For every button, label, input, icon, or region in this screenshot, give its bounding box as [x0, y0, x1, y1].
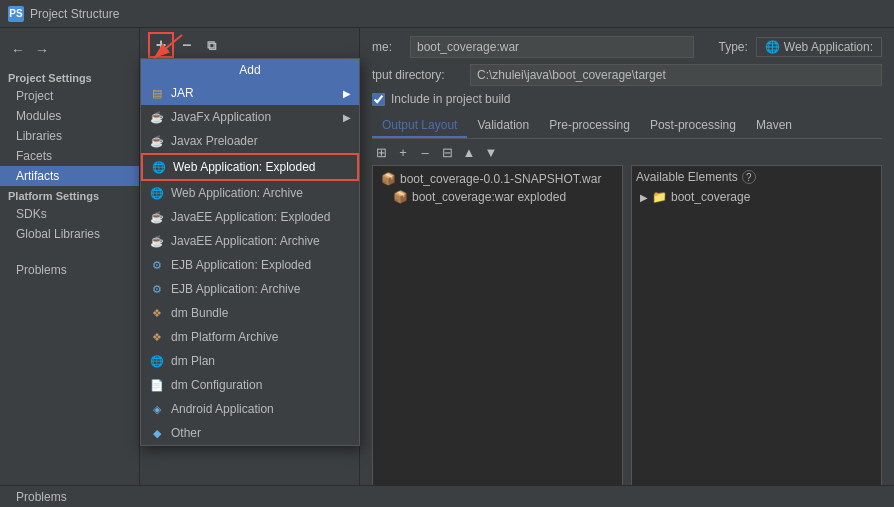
javafx-icon: ☕: [149, 109, 165, 125]
nav-back-button[interactable]: ←: [8, 40, 28, 60]
sidebar-item-artifacts[interactable]: Artifacts: [0, 166, 139, 186]
title-bar: PS Project Structure: [0, 0, 894, 28]
artifact-name-input[interactable]: [410, 36, 694, 58]
remove-artifact-button[interactable]: –: [176, 34, 198, 56]
sidebar-item-facets[interactable]: Facets: [0, 146, 139, 166]
android-icon: ◈: [149, 401, 165, 417]
artifact-toolbar: + – ⧉ Add ▤ JAR ▶ ☕ JavaFx Application: [140, 28, 359, 63]
nav-toolbar: ← →: [0, 36, 139, 64]
dropdown-item-dm-bundle[interactable]: ❖ dm Bundle: [141, 301, 359, 325]
dm-platform-icon: ❖: [149, 329, 165, 345]
inner-remove-btn[interactable]: –: [416, 143, 434, 161]
dropdown-item-ejb-archive-label: EJB Application: Archive: [171, 282, 300, 296]
name-type-row: me: Type: 🌐 Web Application:: [372, 36, 882, 58]
sidebar-item-global-libraries[interactable]: Global Libraries: [0, 224, 139, 244]
available-label: Available Elements: [636, 170, 738, 184]
output-dir-input[interactable]: [470, 64, 882, 86]
copy-artifact-button[interactable]: ⧉: [200, 34, 222, 56]
dropdown-item-ejb-exploded-label: EJB Application: Exploded: [171, 258, 311, 272]
dropdown-item-dm-bundle-label: dm Bundle: [171, 306, 228, 320]
other-icon: ◆: [149, 425, 165, 441]
name-label: me:: [372, 40, 402, 54]
tab-maven[interactable]: Maven: [746, 114, 802, 138]
include-in-build-label: Include in project build: [391, 92, 510, 106]
sidebar-item-problems[interactable]: Problems: [0, 260, 139, 280]
dropdown-item-webapp-exploded[interactable]: 🌐 Web Application: Exploded: [141, 153, 359, 181]
dropdown-item-dm-platform-label: dm Platform Archive: [171, 330, 278, 344]
platform-settings-header: Platform Settings: [0, 186, 139, 204]
sidebar-item-project[interactable]: Project: [0, 86, 139, 106]
inner-layout-btn[interactable]: ⊞: [372, 143, 390, 161]
dropdown-item-jar[interactable]: ▤ JAR ▶: [141, 81, 359, 105]
dropdown-item-jar-label: JAR: [171, 86, 194, 100]
dropdown-header: Add: [141, 59, 359, 81]
dm-config-icon: 📄: [149, 377, 165, 393]
dropdown-item-other[interactable]: ◆ Other: [141, 421, 359, 445]
ejb-exploded-icon: ⚙: [149, 257, 165, 273]
dropdown-item-webapp-archive[interactable]: 🌐 Web Application: Archive: [141, 181, 359, 205]
javafx-arrow: ▶: [343, 112, 351, 123]
add-artifact-button[interactable]: +: [148, 32, 174, 58]
include-in-build-checkbox[interactable]: [372, 93, 385, 106]
dropdown-item-javaee-exploded[interactable]: ☕ JavaEE Application: Exploded: [141, 205, 359, 229]
project-settings-header: Project Settings: [0, 68, 139, 86]
available-elements-panel: Available Elements ? ▶ 📁 boot_coverage: [631, 165, 882, 499]
dropdown-item-javafx-label: JavaFx Application: [171, 110, 271, 124]
tree-item-label: boot_coverage: [671, 190, 750, 204]
type-label: Type:: [718, 40, 747, 54]
inner-toolbar: ⊞ + – ⊟ ▲ ▼: [372, 139, 882, 165]
sidebar-item-modules[interactable]: Modules: [0, 106, 139, 126]
webapp-exploded-icon: 🌐: [151, 159, 167, 175]
sidebar: ← → Project Settings Project Modules Lib…: [0, 28, 140, 507]
tab-pre-processing[interactable]: Pre-processing: [539, 114, 640, 138]
output-dir-row: tput directory:: [372, 64, 882, 86]
artifact-list-panel: + – ⧉ Add ▤ JAR ▶ ☕ JavaFx Application: [140, 28, 360, 507]
window-title: Project Structure: [30, 7, 119, 21]
dropdown-item-javax-label: Javax Preloader: [171, 134, 258, 148]
dropdown-item-other-label: Other: [171, 426, 201, 440]
jar-arrow: ▶: [343, 88, 351, 99]
type-text: Web Application:: [784, 40, 873, 54]
bottom-bar: Problems: [0, 485, 894, 507]
dropdown-item-dm-config-label: dm Configuration: [171, 378, 262, 392]
tabs-row: Output Layout Validation Pre-processing …: [372, 114, 882, 139]
sidebar-item-libraries[interactable]: Libraries: [0, 126, 139, 146]
dm-plan-icon: 🌐: [149, 353, 165, 369]
output-panels: 📦 boot_coverage-0.0.1-SNAPSHOT.war 📦 boo…: [372, 165, 882, 499]
inner-up-btn[interactable]: ▲: [460, 143, 478, 161]
main-container: ← → Project Settings Project Modules Lib…: [0, 28, 894, 507]
dropdown-item-javax[interactable]: ☕ Javax Preloader: [141, 129, 359, 153]
problems-link[interactable]: Problems: [8, 488, 75, 506]
dropdown-item-android-label: Android Application: [171, 402, 274, 416]
javax-icon: ☕: [149, 133, 165, 149]
dropdown-item-dm-plan[interactable]: 🌐 dm Plan: [141, 349, 359, 373]
dropdown-item-ejb-archive[interactable]: ⚙ EJB Application: Archive: [141, 277, 359, 301]
tab-post-processing[interactable]: Post-processing: [640, 114, 746, 138]
dropdown-item-dm-config[interactable]: 📄 dm Configuration: [141, 373, 359, 397]
inner-edit-btn[interactable]: ⊟: [438, 143, 456, 161]
include-in-build-row: Include in project build: [372, 92, 882, 106]
ejb-archive-icon: ⚙: [149, 281, 165, 297]
type-icon: 🌐: [765, 40, 780, 54]
add-dropdown: Add ▤ JAR ▶ ☕ JavaFx Application ▶ ☕: [140, 58, 360, 446]
dm-bundle-icon: ❖: [149, 305, 165, 321]
artifact-row-war[interactable]: 📦 boot_coverage-0.0.1-SNAPSHOT.war: [377, 170, 618, 188]
dropdown-item-javaee-archive[interactable]: ☕ JavaEE Application: Archive: [141, 229, 359, 253]
webapp-archive-icon: 🌐: [149, 185, 165, 201]
dropdown-item-javaee-exploded-label: JavaEE Application: Exploded: [171, 210, 330, 224]
artifact-row-exploded[interactable]: 📦 boot_coverage:war exploded: [377, 188, 618, 206]
dropdown-item-javafx[interactable]: ☕ JavaFx Application ▶: [141, 105, 359, 129]
tree-item-boot-coverage[interactable]: ▶ 📁 boot_coverage: [636, 188, 877, 206]
dropdown-item-ejb-exploded[interactable]: ⚙ EJB Application: Exploded: [141, 253, 359, 277]
dropdown-item-dm-platform[interactable]: ❖ dm Platform Archive: [141, 325, 359, 349]
tab-output-layout[interactable]: Output Layout: [372, 114, 467, 138]
dropdown-item-android[interactable]: ◈ Android Application: [141, 397, 359, 421]
app-icon: PS: [8, 6, 24, 22]
help-icon: ?: [742, 170, 756, 184]
inner-add-btn[interactable]: +: [394, 143, 412, 161]
inner-down-btn[interactable]: ▼: [482, 143, 500, 161]
sidebar-item-sdks[interactable]: SDKs: [0, 204, 139, 224]
nav-forward-button[interactable]: →: [32, 40, 52, 60]
jar-icon: ▤: [149, 85, 165, 101]
tab-validation[interactable]: Validation: [467, 114, 539, 138]
